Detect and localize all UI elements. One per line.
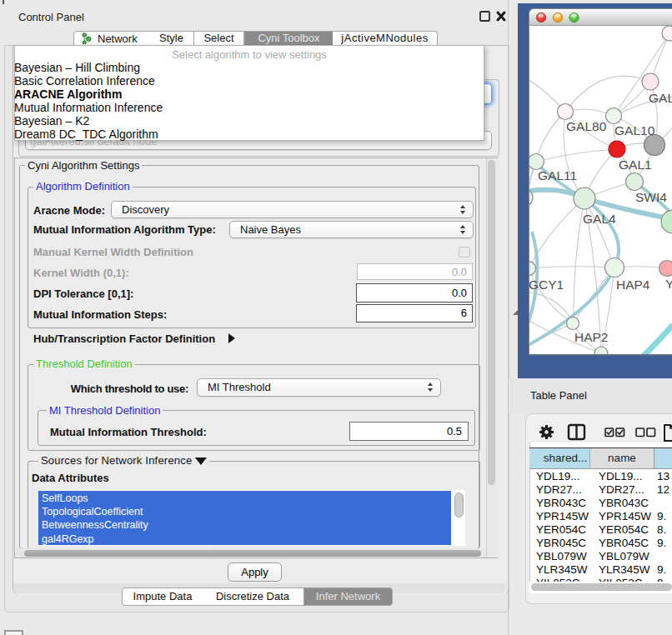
svg-text:GAL80: GAL80	[566, 119, 607, 133]
svg-text:HAP4: HAP4	[616, 278, 650, 292]
svg-text:GAL4: GAL4	[583, 212, 616, 226]
svg-text:GAL2: GAL2	[649, 91, 672, 105]
svg-text:SWI4: SWI4	[635, 190, 667, 204]
svg-text:YD: YD	[665, 277, 672, 291]
svg-text:GAL1: GAL1	[619, 158, 652, 172]
svg-text:GAL11: GAL11	[538, 168, 577, 182]
svg-text:GAL10: GAL10	[614, 123, 655, 138]
svg-text:GCY1: GCY1	[529, 278, 564, 292]
svg-text:HAP2: HAP2	[574, 330, 609, 344]
